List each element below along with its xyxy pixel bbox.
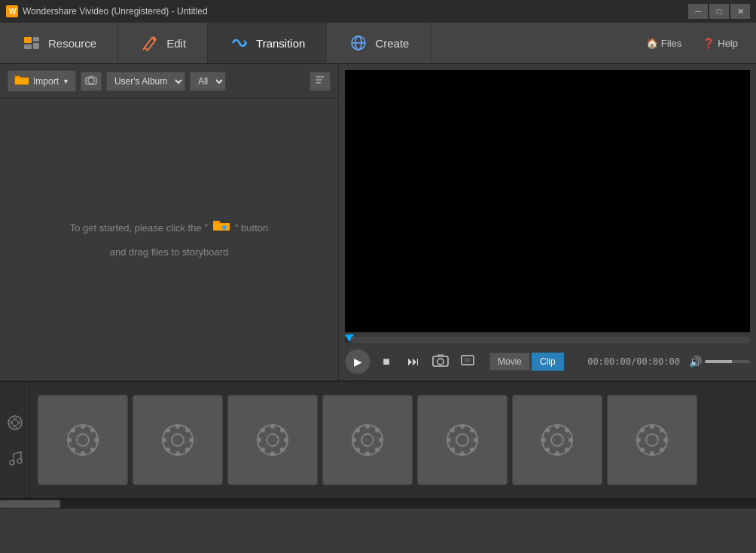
svg-point-56 <box>280 448 285 452</box>
camera-icon <box>85 75 97 87</box>
svg-point-96 <box>660 448 664 452</box>
svg-point-55 <box>261 428 265 432</box>
left-content-area: To get started, please click the " ↑ " b… <box>0 99 338 380</box>
clip-mode-button[interactable]: Clip <box>532 353 564 371</box>
stop-icon: ■ <box>383 355 390 368</box>
tab-create[interactable]: Create <box>327 23 431 63</box>
clip-slot-6[interactable] <box>512 395 602 485</box>
svg-point-47 <box>185 428 190 432</box>
edit-tab-icon <box>139 32 160 53</box>
svg-rect-3 <box>24 44 32 49</box>
close-button[interactable]: ✕ <box>730 4 750 19</box>
volume-slider[interactable] <box>705 360 750 363</box>
transition-tab-icon <box>229 32 250 53</box>
title-bar-left: W Wondershare Vivideo (Unregistered) - U… <box>6 5 208 17</box>
main-content: Import ▼ User's Album All <box>0 64 756 380</box>
svg-point-60 <box>361 434 373 446</box>
tab-resource[interactable]: Resource <box>0 23 118 63</box>
svg-point-21 <box>8 416 22 429</box>
svg-point-53 <box>257 438 261 442</box>
svg-point-88 <box>545 448 550 452</box>
svg-point-86 <box>565 448 569 452</box>
storyboard-scrollbar[interactable] <box>0 498 756 509</box>
tab-edit-label: Edit <box>166 37 186 50</box>
tab-transition-label: Transition <box>256 37 305 50</box>
files-button[interactable]: 🏠 Files <box>637 34 690 53</box>
svg-point-80 <box>551 434 563 446</box>
svg-point-37 <box>90 428 95 432</box>
svg-point-44 <box>189 438 194 442</box>
volume-control: 🔊 <box>689 356 750 368</box>
movie-mode-button[interactable]: Movie <box>489 353 530 371</box>
clip-slot-4[interactable] <box>322 395 413 485</box>
play-icon: ▶ <box>354 356 362 368</box>
sort-icon <box>315 75 325 87</box>
import-dropdown-arrow: ▼ <box>62 78 69 85</box>
clip-slot-5[interactable] <box>417 395 508 485</box>
svg-rect-4 <box>33 37 39 41</box>
nav-bar: Resource Edit Transition <box>0 23 756 64</box>
music-icon[interactable] <box>5 448 25 467</box>
folder-icon-hint: ↑ <box>212 218 230 237</box>
skip-forward-button[interactable]: ⏭ <box>402 350 425 373</box>
minimize-button[interactable]: ─ <box>688 4 708 19</box>
tab-transition[interactable]: Transition <box>208 23 327 63</box>
camera-button[interactable] <box>81 72 102 91</box>
import-label: Import <box>33 76 59 87</box>
scrubber-bar[interactable] <box>345 337 750 343</box>
import-button[interactable]: Import ▼ <box>8 70 76 92</box>
skip-forward-icon: ⏭ <box>407 355 419 368</box>
clip-slot-2[interactable] <box>133 395 223 485</box>
clip-slot-1[interactable] <box>38 395 128 485</box>
album-dropdown[interactable]: User's Album <box>106 72 185 91</box>
svg-point-51 <box>270 424 275 429</box>
svg-point-76 <box>470 448 474 452</box>
play-button[interactable]: ▶ <box>345 349 370 374</box>
preview-video <box>345 70 750 332</box>
help-button[interactable]: ❓ Help <box>694 34 747 53</box>
svg-point-62 <box>365 451 370 456</box>
svg-point-43 <box>162 438 166 442</box>
clip-slot-7[interactable] <box>607 395 697 485</box>
svg-point-33 <box>67 438 72 442</box>
svg-point-90 <box>646 434 658 446</box>
tab-create-label: Create <box>375 37 409 50</box>
svg-point-38 <box>71 448 75 452</box>
tab-resource-label: Resource <box>48 37 96 50</box>
svg-point-82 <box>555 451 559 456</box>
svg-point-91 <box>650 424 654 429</box>
maximize-button[interactable]: □ <box>709 4 729 19</box>
svg-point-64 <box>379 438 383 442</box>
fullscreen-button[interactable] <box>456 350 479 373</box>
svg-point-57 <box>280 428 285 432</box>
left-panel: Import ▼ User's Album All <box>0 64 339 380</box>
svg-point-18 <box>437 359 444 365</box>
svg-point-41 <box>175 424 180 429</box>
svg-point-30 <box>77 434 89 446</box>
svg-point-61 <box>365 424 370 429</box>
snapshot-button[interactable] <box>429 350 452 373</box>
sort-button[interactable] <box>309 72 331 91</box>
preview-panel: ▶ ■ ⏭ <box>339 64 756 380</box>
svg-text:↑: ↑ <box>223 225 225 230</box>
svg-rect-20 <box>465 358 471 362</box>
scrollbar-thumb[interactable] <box>0 500 60 508</box>
svg-point-65 <box>355 428 360 432</box>
nav-right-area: 🏠 Files ❓ Help <box>637 34 756 53</box>
svg-point-67 <box>375 428 380 432</box>
clip-slot-3[interactable] <box>227 395 318 485</box>
svg-point-84 <box>569 438 573 442</box>
film-reel-icon[interactable] <box>5 413 25 432</box>
svg-point-74 <box>474 438 478 442</box>
svg-point-72 <box>460 451 465 456</box>
svg-point-34 <box>94 438 99 442</box>
hint-text-2: and drag files to storyboard <box>110 243 229 261</box>
filter-dropdown[interactable]: All <box>190 72 226 91</box>
stop-button[interactable]: ■ <box>375 350 398 373</box>
svg-point-98 <box>640 448 645 452</box>
svg-point-77 <box>470 428 474 432</box>
tab-edit[interactable]: Edit <box>118 23 208 63</box>
storyboard-inner <box>0 382 756 498</box>
storyboard-side <box>0 382 30 498</box>
svg-point-70 <box>456 434 468 446</box>
